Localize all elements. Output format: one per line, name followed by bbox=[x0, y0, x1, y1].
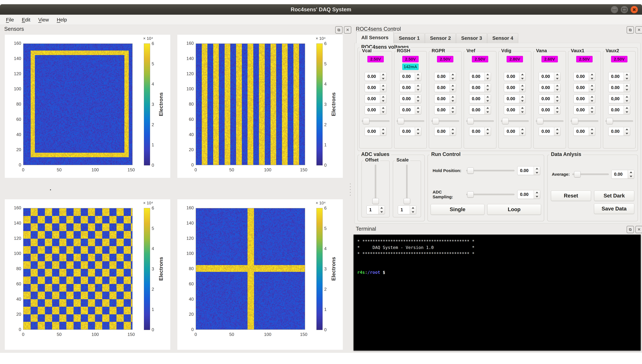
spin-buttons[interactable] bbox=[415, 84, 421, 92]
spin-buttons[interactable] bbox=[624, 94, 630, 103]
voltage-spinbox[interactable]: 0.00 bbox=[539, 106, 560, 114]
voltage-spinbox[interactable]: 0.00 bbox=[573, 72, 595, 81]
voltage-spinbox[interactable]: 0.00 bbox=[434, 83, 456, 92]
spin-buttons[interactable] bbox=[554, 106, 560, 114]
voltage-spinbox[interactable]: 0.00 bbox=[504, 127, 526, 136]
spin-buttons[interactable] bbox=[589, 72, 595, 81]
spin-buttons[interactable] bbox=[519, 106, 525, 114]
voltage-spinbox[interactable]: 0.00 bbox=[469, 127, 491, 136]
voltage-spinbox[interactable]: 0.00 bbox=[469, 72, 491, 81]
float-icon[interactable]: ⧉ bbox=[626, 26, 634, 34]
voltage-spinbox[interactable]: 0.00 bbox=[469, 83, 491, 92]
minimize-button[interactable]: — bbox=[611, 6, 618, 14]
spin-buttons[interactable] bbox=[624, 106, 630, 114]
spin-buttons[interactable] bbox=[589, 106, 595, 114]
voltage-slider[interactable] bbox=[362, 118, 390, 124]
spin-buttons[interactable] bbox=[450, 72, 456, 81]
spin-buttons[interactable] bbox=[519, 127, 525, 136]
single-button[interactable]: Single bbox=[431, 204, 484, 215]
voltage-spinbox[interactable]: 0.00 bbox=[504, 94, 526, 103]
slider-handle[interactable] bbox=[467, 168, 474, 174]
voltage-spinbox[interactable]: 0.00 bbox=[365, 94, 386, 103]
spin-buttons[interactable] bbox=[624, 84, 630, 92]
slider-handle[interactable] bbox=[467, 192, 474, 198]
slider-handle[interactable] bbox=[398, 118, 404, 124]
tab-sensor-1[interactable]: Sensor 1 bbox=[394, 33, 425, 43]
voltage-spinbox[interactable]: 0.00 bbox=[504, 106, 526, 114]
adc-sampling-spinbox[interactable]: 0.00 bbox=[517, 190, 540, 199]
spin-buttons[interactable] bbox=[450, 94, 456, 103]
hold-position-slider[interactable] bbox=[466, 168, 514, 174]
voltage-spinbox[interactable]: 0.00 bbox=[365, 72, 386, 81]
dock-splitter-handle[interactable] bbox=[350, 184, 351, 196]
voltage-spinbox[interactable]: 0.00 bbox=[608, 72, 630, 81]
spin-buttons[interactable] bbox=[624, 72, 630, 81]
voltage-spinbox[interactable]: 0.00 bbox=[539, 72, 560, 81]
save-data-button[interactable]: Save Data bbox=[594, 204, 634, 214]
voltage-spinbox[interactable]: 0.00 bbox=[365, 127, 386, 136]
voltage-slider[interactable] bbox=[466, 118, 494, 124]
voltage-spinbox[interactable]: 0.00 bbox=[539, 127, 560, 136]
slider-handle[interactable] bbox=[372, 198, 379, 204]
scale-slider[interactable] bbox=[403, 164, 411, 203]
hold-position-spinbox[interactable]: 0.00 bbox=[517, 166, 540, 175]
slider-handle[interactable] bbox=[502, 118, 509, 124]
slider-handle[interactable] bbox=[404, 198, 410, 204]
loop-button[interactable]: Loop bbox=[487, 204, 541, 215]
voltage-spinbox[interactable]: 0.00 bbox=[573, 94, 595, 103]
spin-buttons[interactable] bbox=[484, 106, 491, 114]
close-icon[interactable]: ✕ bbox=[344, 26, 351, 34]
offset-slider[interactable] bbox=[371, 164, 380, 203]
voltage-slider[interactable] bbox=[501, 118, 529, 124]
voltage-spinbox[interactable]: 0.00 bbox=[400, 83, 421, 92]
spin-buttons[interactable] bbox=[534, 166, 540, 175]
spin-buttons[interactable] bbox=[554, 84, 560, 92]
spin-buttons[interactable] bbox=[450, 127, 456, 136]
voltage-slider[interactable] bbox=[570, 118, 598, 124]
slider-handle[interactable] bbox=[572, 118, 578, 124]
slider-handle[interactable] bbox=[574, 171, 580, 178]
voltage-spinbox[interactable]: 0.00 bbox=[573, 83, 595, 92]
tab-sensor-3[interactable]: Sensor 3 bbox=[456, 33, 487, 43]
spin-buttons[interactable] bbox=[484, 84, 491, 92]
spin-buttons[interactable] bbox=[624, 127, 630, 136]
close-button[interactable]: ✖ bbox=[630, 6, 638, 14]
spin-buttons[interactable] bbox=[554, 127, 560, 136]
spin-buttons[interactable] bbox=[380, 84, 386, 92]
float-icon[interactable]: ⧉ bbox=[335, 26, 343, 34]
voltage-spinbox[interactable]: 0.00 bbox=[573, 127, 595, 136]
offset-spinbox[interactable]: 1 bbox=[367, 206, 385, 214]
set-dark-button[interactable]: Set Dark bbox=[594, 190, 634, 201]
voltage-spinbox[interactable]: 0.00 bbox=[608, 127, 630, 136]
slider-handle[interactable] bbox=[606, 118, 613, 124]
scale-spinbox[interactable]: 1 bbox=[398, 206, 416, 214]
spin-buttons[interactable] bbox=[450, 84, 456, 92]
voltage-spinbox[interactable]: 0.00 bbox=[400, 106, 421, 114]
voltage-spinbox[interactable]: 0.00 bbox=[434, 106, 456, 114]
spin-buttons[interactable] bbox=[415, 127, 421, 136]
spin-buttons[interactable] bbox=[484, 72, 491, 81]
voltage-spinbox[interactable]: 0.00 bbox=[434, 94, 456, 103]
slider-handle[interactable] bbox=[363, 118, 369, 124]
tab-sensor-2[interactable]: Sensor 2 bbox=[425, 33, 456, 43]
maximize-button[interactable] bbox=[620, 6, 628, 14]
voltage-spinbox[interactable]: 0.00 bbox=[573, 106, 595, 114]
slider-handle[interactable] bbox=[467, 118, 474, 124]
voltage-slider[interactable] bbox=[536, 118, 564, 124]
spin-buttons[interactable] bbox=[410, 206, 416, 214]
slider-handle[interactable] bbox=[537, 118, 543, 124]
voltage-spinbox[interactable]: 0.00 bbox=[608, 83, 630, 92]
spin-buttons[interactable] bbox=[554, 94, 560, 103]
spin-buttons[interactable] bbox=[484, 127, 491, 136]
spin-buttons[interactable] bbox=[380, 94, 386, 103]
voltage-spinbox[interactable]: 0.00 bbox=[539, 94, 560, 103]
spin-buttons[interactable] bbox=[450, 106, 456, 114]
close-icon[interactable]: ✕ bbox=[635, 226, 642, 233]
voltage-spinbox[interactable]: 0.00 bbox=[539, 83, 560, 92]
spin-buttons[interactable] bbox=[415, 72, 421, 81]
reset-button[interactable]: Reset bbox=[551, 190, 591, 201]
voltage-spinbox[interactable]: 0.00 bbox=[504, 83, 526, 92]
spin-buttons[interactable] bbox=[554, 72, 560, 81]
adc-sampling-slider[interactable] bbox=[466, 192, 514, 198]
spin-buttons[interactable] bbox=[519, 94, 525, 103]
